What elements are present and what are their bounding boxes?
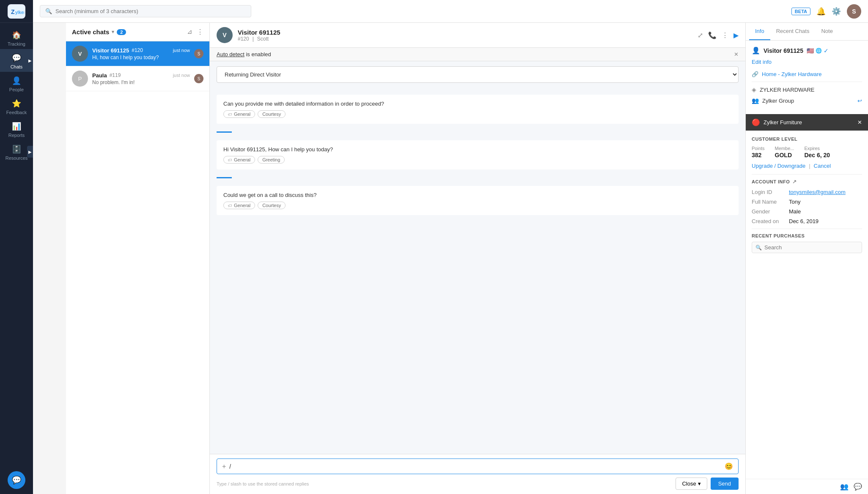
company-name: ZYLKER HARDWARE xyxy=(760,87,815,93)
chat-input-footer: Type / slash to use the stored canned re… xyxy=(217,478,739,490)
chat-header-info: Visitor 691125 #120 | Scott xyxy=(238,29,692,42)
account-row-created: Created on Dec 6, 2019 xyxy=(752,218,862,224)
section-divider-2 xyxy=(752,174,862,175)
fullname-label: Full Name xyxy=(752,199,786,205)
message-text-3: Could we get on a call to discuss this? xyxy=(223,192,732,198)
visitor-type-select-wrapper: Returning Direct Visitor New Direct Visi… xyxy=(217,66,739,83)
separator: | xyxy=(253,36,254,42)
sidebar-arrow: ▶ xyxy=(27,55,33,66)
user-avatar[interactable]: S xyxy=(847,4,861,19)
tag-icon-3: 🏷 xyxy=(228,203,232,208)
chat-info-visitor-691125: Visitor 691125 #120 just now Hi, how can… xyxy=(92,47,190,60)
search-bar: 🔍 xyxy=(40,5,251,17)
settings-icon[interactable]: ⚙️ xyxy=(832,7,841,16)
close-button-label: Close xyxy=(682,480,696,487)
sidebar-item-label-chats: Chats xyxy=(11,64,23,69)
sidebar-item-people[interactable]: 👤 People xyxy=(0,72,33,95)
recent-purchases-title: RECENT PURCHASES xyxy=(752,233,862,238)
more-icon[interactable]: ⋮ xyxy=(722,31,728,39)
crm-header: 🔴 Zylker Furniture ✕ xyxy=(746,114,868,131)
visitor-name-rp: Visitor 691125 xyxy=(764,47,803,54)
active-chats-label: Active chats xyxy=(72,28,109,35)
info-link-home[interactable]: 🔗 Home - Zylker Hardware xyxy=(752,71,862,77)
sidebar-item-tracking[interactable]: 🏠 Tracking xyxy=(0,26,33,49)
group-icon: 👥 xyxy=(752,97,759,104)
sidebar-item-reports[interactable]: 📊 Reports xyxy=(0,117,33,140)
edit-info-link[interactable]: Edit info xyxy=(752,59,862,65)
tag-courtesy-2: Courtesy xyxy=(258,202,286,209)
flag-icon-2: 🌐 xyxy=(816,48,822,54)
visitor-info-row: 👤 Visitor 691125 🇺🇸 🌐 ✓ xyxy=(752,46,862,55)
chat-header: V Visitor 691125 #120 | Scott ⤢ 📞 ⋮ ▶ xyxy=(210,23,745,48)
purchases-search: 🔍 xyxy=(752,242,862,253)
chat-header-actions: ⤢ 📞 ⋮ ▶ xyxy=(698,31,739,39)
sidebar-item-feedback[interactable]: ⭐ Feedback xyxy=(0,95,33,117)
tag-greeting: Greeting xyxy=(258,156,285,164)
chat-time: just now xyxy=(173,48,190,53)
more-options-icon[interactable]: ⋮ xyxy=(197,28,203,36)
logo-box: Z ylker xyxy=(8,4,25,19)
purchases-search-input[interactable] xyxy=(764,244,858,251)
crm-separator: | xyxy=(809,163,810,169)
chevron-down-icon[interactable]: ▾ xyxy=(112,29,114,35)
chat-item-paula[interactable]: P Paula #119 just now No problem. I'm in… xyxy=(66,66,209,91)
account-info-title: ACCOUNT INFO ↗ xyxy=(752,179,862,185)
chat-id: #120 xyxy=(132,47,143,53)
flag-icons: 🇺🇸 🌐 ✓ xyxy=(807,47,829,54)
chat-header-name: Visitor 691125 xyxy=(238,29,692,36)
chat-item-visitor-691125[interactable]: V Visitor 691125 #120 just now Hi, how c… xyxy=(66,41,209,66)
volume-icon[interactable]: 🔔 xyxy=(816,7,826,16)
people-rp-icon[interactable]: 👥 xyxy=(840,483,849,491)
member-label: Membe... xyxy=(775,146,794,151)
points-value: 382 xyxy=(752,152,761,158)
external-link-icon[interactable]: ↗ xyxy=(792,179,797,185)
header-actions: ⊿ ⋮ xyxy=(187,28,203,36)
tab-recent-chats[interactable]: Recent Chats xyxy=(770,23,816,40)
section-divider-3 xyxy=(752,229,862,229)
points-item: Points 382 xyxy=(752,146,765,158)
app-logo[interactable]: Z ylker xyxy=(0,0,33,23)
message-divider-1 xyxy=(217,131,232,133)
flag-us-icon: 🇺🇸 xyxy=(807,47,814,54)
message-block-1: Can you provide me with detailed informa… xyxy=(217,95,739,124)
sidebar-item-label-resources: Resources xyxy=(5,156,28,161)
tab-note[interactable]: Note xyxy=(815,23,838,40)
tag-general-2: 🏷General xyxy=(223,156,255,164)
send-button[interactable]: Send xyxy=(711,478,739,490)
message-block-3: Could we get on a call to discuss this? … xyxy=(217,186,739,215)
popout-icon[interactable]: ⤢ xyxy=(698,31,703,39)
tag-icon: 🏷 xyxy=(228,112,232,117)
upgrade-downgrade-link[interactable]: Upgrade / Downgrade xyxy=(752,163,805,169)
cancel-link[interactable]: Cancel xyxy=(814,163,831,169)
close-crm-icon[interactable]: ✕ xyxy=(857,119,862,126)
close-chevron-icon: ▾ xyxy=(698,480,701,487)
chat-avatar-paula: P xyxy=(72,71,88,87)
new-chat-button[interactable]: 💬 xyxy=(8,471,25,489)
fullname-value: Tony xyxy=(789,199,800,205)
expires-item: Expires Dec 6, 20 xyxy=(804,146,830,158)
chat-input-box: + 😊 xyxy=(217,459,739,474)
close-button[interactable]: Close ▾ xyxy=(676,478,707,490)
expand-icon[interactable]: ▶ xyxy=(733,31,739,39)
info-link-text: Home - Zylker Hardware xyxy=(762,71,822,77)
tab-info[interactable]: Info xyxy=(749,23,770,40)
search-input[interactable] xyxy=(55,8,246,14)
emoji-icon[interactable]: 😊 xyxy=(725,462,733,470)
visitor-type-dropdown[interactable]: Returning Direct Visitor New Direct Visi… xyxy=(217,66,739,83)
crm-title: Zylker Furniture xyxy=(764,119,802,126)
verified-icon: ✓ xyxy=(824,47,829,54)
chat-header-agent: Scott xyxy=(257,36,269,42)
sidebar-item-chats[interactable]: 💬 Chats ▶ xyxy=(0,49,33,72)
sidebar-item-label-reports: Reports xyxy=(8,133,25,138)
chat-message-input[interactable] xyxy=(229,463,721,470)
sidebar-item-resources[interactable]: 🗄️ Resources ▶ xyxy=(0,140,33,163)
main-layout: Active chats ▾ 2 ⊿ ⋮ V Visitor 691125 #1… xyxy=(66,23,868,494)
chat-rp-icon[interactable]: 💬 xyxy=(854,483,862,491)
add-icon[interactable]: + xyxy=(222,463,226,470)
call-icon[interactable]: 📞 xyxy=(708,31,717,39)
group-action-icon[interactable]: ↩ xyxy=(857,98,862,104)
filter-icon[interactable]: ⊿ xyxy=(187,28,192,36)
sidebar-nav: 🏠 Tracking 💬 Chats ▶ 👤 People ⭐ Feedback… xyxy=(0,23,33,163)
chat-header-avatar: V xyxy=(217,27,233,43)
close-notification-icon[interactable]: ✕ xyxy=(734,51,739,57)
